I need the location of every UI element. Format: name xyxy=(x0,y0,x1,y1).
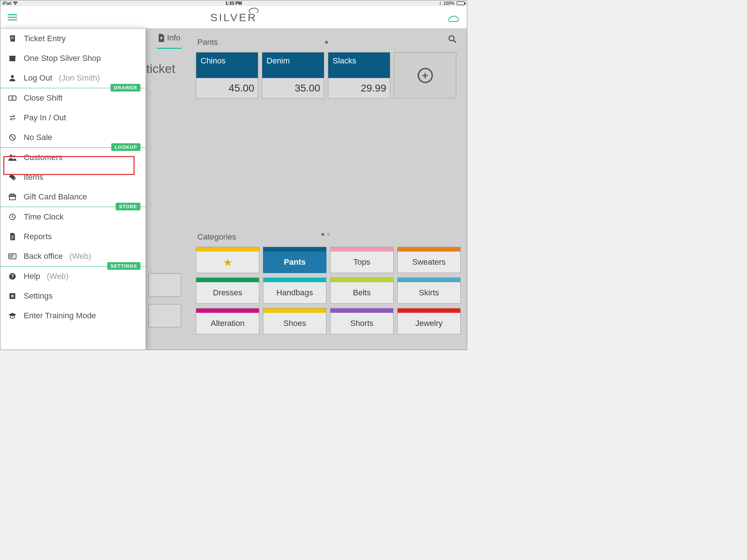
svg-point-1 xyxy=(449,36,454,41)
svg-text:$: $ xyxy=(11,96,13,100)
categories-section-header: Categories xyxy=(197,232,236,242)
menu-item-items[interactable]: Items xyxy=(0,167,146,187)
item-tile[interactable]: Chinos45.00 xyxy=(196,52,258,99)
category-tile[interactable]: Shoes xyxy=(263,308,326,334)
item-tile[interactable]: Denim35.00 xyxy=(262,52,324,99)
section-badge: LOOKUP xyxy=(111,143,140,151)
category-tile[interactable]: Belts xyxy=(330,277,394,304)
svg-rect-17 xyxy=(11,237,14,238)
category-tile[interactable]: Shorts xyxy=(330,308,394,334)
menu-item-enter-training-mode[interactable]: Enter Training Mode xyxy=(0,306,146,326)
grad-icon xyxy=(8,312,17,319)
menu-item-label: Log Out xyxy=(24,73,52,83)
page-dot-inactive xyxy=(327,233,330,236)
menu-item-suffix: (Web) xyxy=(47,272,69,281)
svg-line-10 xyxy=(10,135,15,140)
page-dot xyxy=(325,41,328,44)
category-label: Shoes xyxy=(263,313,326,334)
menu-item-label: Settings xyxy=(24,291,53,301)
category-tile[interactable]: Tops xyxy=(330,247,394,273)
menu-item-one-stop-silver-shop[interactable]: One Stop Silver Shop xyxy=(0,48,146,68)
item-name: Chinos xyxy=(196,52,258,78)
svg-point-6 xyxy=(11,75,14,78)
menu-item-label: Time Clock xyxy=(24,212,63,222)
svg-point-11 xyxy=(9,155,12,158)
items-section-header: Pants xyxy=(197,38,453,47)
device-label: iPad xyxy=(3,1,11,6)
category-stripe xyxy=(196,308,259,313)
category-label: ★ xyxy=(196,252,259,273)
menu-item-settings[interactable]: Settings xyxy=(0,286,146,306)
menu-item-label: Pay In / Out xyxy=(24,113,66,122)
category-tile[interactable]: Sweaters xyxy=(397,247,461,273)
category-tile[interactable]: Skirts xyxy=(397,277,461,304)
category-stripe xyxy=(330,247,393,252)
item-price: 45.00 xyxy=(196,78,258,98)
category-stripe xyxy=(196,278,259,282)
menu-item-label: Customers xyxy=(24,153,62,162)
page-title: ticket xyxy=(146,62,175,76)
menu-item-ticket-entry[interactable]: Ticket Entry xyxy=(0,29,146,48)
app-header: SILVER xyxy=(0,6,467,29)
tab-info[interactable]: Info xyxy=(157,33,182,49)
menu-item-label: One Stop Silver Shop xyxy=(24,54,101,63)
side-menu: Ticket EntryOne Stop Silver ShopLog Out … xyxy=(0,29,146,350)
add-item-button[interactable]: + xyxy=(394,52,456,98)
page-dots xyxy=(321,233,330,236)
svg-rect-21 xyxy=(9,256,14,257)
web-icon xyxy=(8,253,17,260)
doc-icon xyxy=(8,232,17,241)
menu-item-suffix: (Jon Smith) xyxy=(59,73,100,83)
menu-item-reports[interactable]: Reports xyxy=(0,227,146,246)
category-label: Dresses xyxy=(196,282,259,303)
category-tile[interactable]: Dresses xyxy=(196,277,259,304)
category-label: Shorts xyxy=(330,313,393,334)
svg-point-12 xyxy=(13,155,15,158)
bluetooth-icon xyxy=(439,1,442,5)
menu-item-label: No Sale xyxy=(24,133,52,142)
menu-item-label: Close Shift xyxy=(24,93,62,103)
category-tile[interactable]: Jewelry xyxy=(397,308,461,334)
category-label: Belts xyxy=(330,282,393,303)
category-tile[interactable]: Alteration xyxy=(196,308,259,334)
category-tile[interactable]: Pants xyxy=(263,247,326,273)
svg-point-0 xyxy=(15,4,16,5)
svg-rect-22 xyxy=(9,257,12,258)
svg-text:?: ? xyxy=(11,273,14,279)
menu-item-label: Back office xyxy=(24,252,63,261)
ghost-button[interactable] xyxy=(148,273,181,297)
category-label: Pants xyxy=(263,252,326,273)
swap-icon xyxy=(8,114,17,121)
category-tile[interactable]: Handbags xyxy=(263,277,326,304)
svg-rect-5 xyxy=(9,58,15,61)
sync-status-icon[interactable] xyxy=(448,16,459,23)
item-tile[interactable]: Slacks29.99 xyxy=(328,52,390,99)
menu-item-pay-in-out[interactable]: Pay In / Out xyxy=(0,108,146,128)
info-plus-icon xyxy=(158,34,165,42)
store-icon xyxy=(8,54,17,62)
item-price: 29.99 xyxy=(328,78,390,98)
menu-item-suffix: (Web) xyxy=(69,252,91,261)
menu-section-divider: DRAWER xyxy=(0,88,146,88)
battery-percent: 100% xyxy=(443,1,454,6)
category-stripe xyxy=(398,247,460,252)
search-button[interactable] xyxy=(448,35,457,43)
category-tile[interactable]: ★ xyxy=(196,247,259,273)
category-stripe xyxy=(398,308,460,313)
page-dot-active xyxy=(321,233,324,236)
svg-rect-18 xyxy=(11,238,13,239)
menu-item-label: Items xyxy=(24,172,43,182)
category-stripe xyxy=(330,308,393,313)
menu-item-label: Gift Card Balance xyxy=(24,192,87,202)
menu-item-label: Ticket Entry xyxy=(24,34,66,43)
clock-icon xyxy=(8,213,17,221)
cloud-icon xyxy=(248,8,259,13)
hamburger-menu-button[interactable] xyxy=(8,14,17,21)
tab-info-label: Info xyxy=(167,33,181,43)
receipt-icon xyxy=(8,35,17,43)
category-stripe xyxy=(263,247,326,252)
section-badge: DRAWER xyxy=(111,84,140,92)
category-stripe xyxy=(398,278,460,282)
wifi-icon xyxy=(13,1,18,5)
ghost-button[interactable] xyxy=(148,304,181,327)
